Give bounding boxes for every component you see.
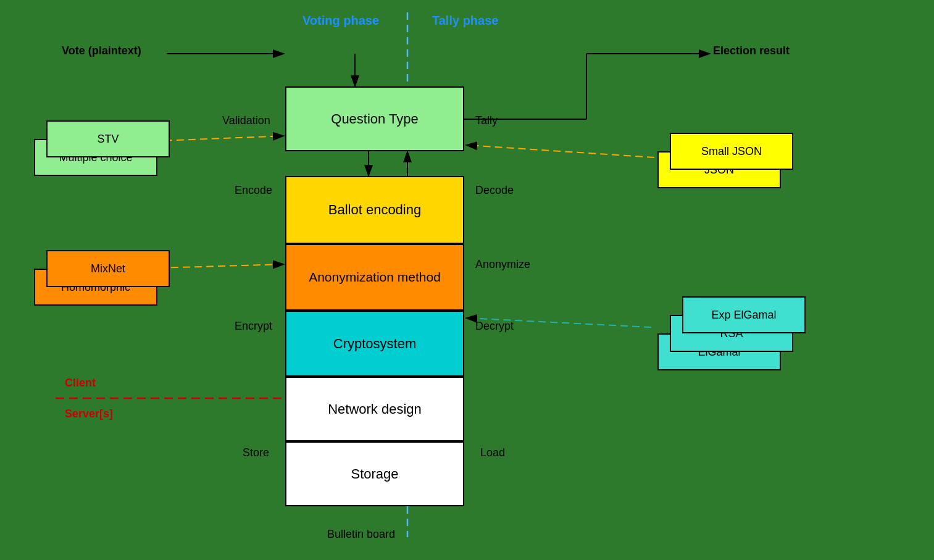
stv-box: STV <box>46 120 170 157</box>
question-type-box: Question Type <box>285 86 464 151</box>
mixnet-box: MixNet <box>46 250 170 287</box>
client-label: Client <box>65 377 96 390</box>
tally-phase-label: Tally phase <box>432 14 498 28</box>
decrypt-label: Decrypt <box>475 320 514 333</box>
store-label: Store <box>243 446 269 459</box>
ballot-encoding-box: Ballot encoding <box>285 176 464 244</box>
anonymize-label: Anonymize <box>475 258 530 271</box>
decode-label: Decode <box>475 184 514 197</box>
load-label: Load <box>480 446 505 459</box>
cryptosystem-box: Cryptosystem <box>285 311 464 377</box>
tally-label: Tally <box>475 114 498 127</box>
encode-label: Encode <box>235 184 272 197</box>
bulletin-board-label: Bulletin board <box>327 528 395 541</box>
diagram-container: Voting phase Tally phase Vote (plaintext… <box>0 0 934 560</box>
encrypt-label: Encrypt <box>235 320 272 333</box>
voting-phase-label: Voting phase <box>302 14 379 28</box>
small-json-box: Small JSON <box>670 133 793 170</box>
validation-label: Validation <box>222 114 270 127</box>
servers-label: Server[s] <box>65 407 113 420</box>
svg-line-20 <box>466 145 654 157</box>
anonymization-method-box: Anonymization method <box>285 244 464 311</box>
exp-elgamal-box: Exp ElGamal <box>682 296 806 333</box>
vote-plaintext-label: Vote (plaintext) <box>62 44 141 57</box>
election-result-label: Election result <box>713 44 790 57</box>
storage-box: Storage <box>285 441 464 506</box>
network-design-box: Network design <box>285 377 464 441</box>
